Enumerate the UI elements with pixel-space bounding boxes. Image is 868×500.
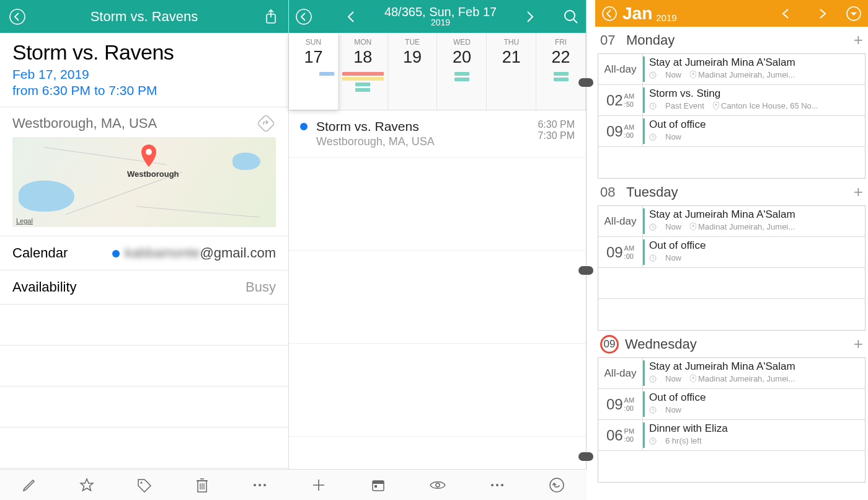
day-event-times: 6:30 PM 7:30 PM [538, 119, 575, 141]
event-detail-title: Storm vs. Ravens [29, 9, 260, 25]
calendar-row[interactable]: Calendar kabbamonte@gmail.com [0, 236, 288, 270]
svg-point-4 [296, 9, 311, 24]
agenda-empty-row [598, 147, 865, 178]
prev-button-agenda[interactable] [776, 4, 795, 23]
add-event-button[interactable]: + [854, 30, 863, 50]
favorite-button[interactable] [76, 475, 97, 496]
more-button-mid[interactable] [487, 475, 508, 496]
agenda-event-row[interactable]: 09AM:00Out of office Now [598, 116, 865, 147]
day-column-fri[interactable]: FRI22 [536, 33, 586, 110]
agenda-event-row[interactable]: All-dayStay at Jumeirah Mina A'Salam Now… [598, 54, 865, 85]
svg-point-18 [550, 478, 564, 492]
calendar-label: Calendar [12, 245, 68, 261]
availability-value: Busy [246, 279, 276, 295]
map-pin-icon [140, 143, 158, 168]
day-column-sun[interactable]: SUN17 [289, 33, 339, 110]
calendar-dot-icon [112, 250, 120, 257]
back-button-agenda[interactable] [600, 4, 619, 23]
delete-button[interactable] [192, 475, 213, 496]
day-column-mon[interactable]: MON18 [339, 33, 388, 110]
event-location-text: Westborough, MA, USA [12, 115, 157, 132]
back-button[interactable] [6, 6, 29, 28]
svg-point-22 [693, 73, 694, 75]
day-column-thu[interactable]: THU21 [487, 33, 536, 110]
svg-point-27 [693, 225, 694, 227]
svg-point-17 [501, 484, 503, 486]
event-detail-header: Storm vs. Ravens [0, 0, 288, 33]
availability-row[interactable]: Availability Busy [0, 270, 288, 305]
next-button-agenda[interactable] [813, 4, 832, 23]
agenda-empty-row [598, 299, 865, 330]
svg-point-9 [259, 484, 261, 486]
svg-point-6 [140, 481, 142, 483]
week-strip: SUN17MON18TUE19WED20THU21FRI22 [289, 33, 586, 110]
event-location-row[interactable]: Westborough, MA, USA [0, 107, 288, 137]
add-event-button[interactable]: + [854, 334, 863, 354]
today-button[interactable] [368, 475, 389, 496]
share-button[interactable] [260, 6, 282, 28]
agenda-day-block: All-dayStay at Jumeirah Mina A'Salam Now… [598, 357, 866, 483]
day-event-item[interactable]: Storm vs. Ravens Westborough, MA, USA 6:… [289, 110, 586, 158]
svg-point-8 [254, 484, 256, 486]
add-event-button[interactable]: + [854, 182, 863, 202]
event-dot-icon [300, 123, 308, 130]
view-button[interactable] [427, 475, 448, 496]
svg-point-24 [715, 104, 717, 106]
agenda-event-row[interactable]: 02AM:50Storm vs. Sting Past Event Canton… [598, 85, 865, 116]
agenda-month[interactable]: Jan [622, 4, 652, 24]
hour-grid[interactable] [289, 158, 586, 500]
agenda-event-row[interactable]: 09AM:00Out of office Now [598, 237, 865, 268]
add-button[interactable] [308, 475, 329, 496]
svg-point-3 [146, 149, 152, 155]
edit-button[interactable] [19, 475, 40, 496]
day-title[interactable]: 48/365, Sun, Feb 17 2019 [362, 5, 519, 27]
empty-rows [0, 305, 288, 468]
svg-point-15 [491, 484, 494, 486]
svg-point-5 [565, 11, 575, 20]
agenda-header: Jan 2019 [595, 0, 868, 27]
agenda-event-row[interactable]: All-dayStay at Jumeirah Mina A'Salam Now… [598, 358, 865, 389]
day-column-tue[interactable]: TUE19 [388, 33, 438, 110]
svg-point-30 [693, 377, 694, 379]
agenda-day-header: 09Wednesday+ [595, 331, 868, 357]
agenda-event-row[interactable]: All-dayStay at Jumeirah Mina A'Salam Now… [598, 206, 865, 237]
map-legal-link[interactable]: Legal [16, 217, 33, 225]
prev-day-button[interactable] [340, 6, 362, 28]
next-day-button[interactable] [519, 6, 541, 28]
event-toolbar [0, 469, 289, 500]
svg-point-14 [436, 483, 440, 487]
event-summary: Storm vs. Ravens Feb 17, 2019 from 6:30 … [0, 33, 288, 98]
search-button[interactable] [560, 6, 582, 28]
day-toolbar [289, 469, 587, 500]
agenda-event-row[interactable]: 09AM:00Out of office Now [598, 389, 865, 420]
event-detail-panel: Storm vs. Ravens Storm vs. Ravens Feb 17… [0, 0, 289, 500]
event-time: from 6:30 PM to 7:30 PM [12, 83, 276, 98]
agenda-day-header: 08Tuesday+ [595, 179, 868, 205]
svg-point-16 [496, 484, 498, 486]
agenda-year: 2019 [656, 12, 676, 27]
event-title: Storm vs. Ravens [12, 40, 276, 65]
directions-icon[interactable] [256, 114, 276, 133]
undo-button[interactable] [546, 475, 567, 496]
agenda-panel: Jan 2019 07Monday+All-dayStay at Jumeira… [587, 0, 868, 500]
day-column-wed[interactable]: WED20 [437, 33, 487, 110]
event-date: Feb 17, 2019 [12, 67, 276, 82]
agenda-day-block: All-dayStay at Jumeirah Mina A'Salam Now… [598, 205, 866, 331]
day-view-panel: 48/365, Sun, Feb 17 2019 SUN17MON18TUE19… [289, 0, 587, 500]
day-event-location: Westborough, MA, USA [316, 135, 538, 148]
tag-button[interactable] [134, 475, 155, 496]
map-pin-label: Westborough [127, 169, 179, 179]
svg-point-19 [603, 7, 616, 20]
back-button-mid[interactable] [293, 6, 315, 28]
calendar-value: kabbamonte@gmail.com [112, 245, 276, 261]
dropdown-button-agenda[interactable] [844, 4, 863, 23]
agenda-empty-row [598, 268, 865, 299]
svg-point-0 [10, 9, 25, 24]
map-preview[interactable]: Westborough Legal [12, 137, 276, 227]
day-event-title: Storm vs. Ravens [316, 119, 538, 134]
svg-rect-12 [373, 481, 384, 484]
agenda-event-row[interactable]: 06PM:00Dinner with Eliza 6 hr(s) left [598, 420, 865, 451]
svg-rect-13 [374, 485, 377, 488]
more-button[interactable] [249, 475, 270, 496]
svg-point-10 [264, 484, 266, 486]
